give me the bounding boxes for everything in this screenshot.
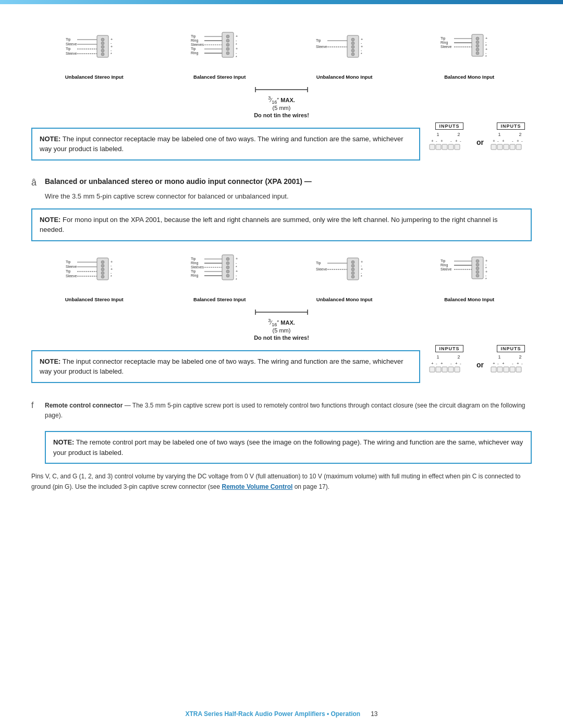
connector-diagrams-bottom: Tip Sleeve Tip Sleeve + - +	[31, 249, 532, 302]
svg-rect-102	[516, 144, 521, 150]
svg-text:+: +	[111, 260, 113, 264]
inputs-block-2-bottom: INPUTS 1 2 + - + - + -	[490, 345, 532, 385]
dim-area-top: 3⁄16″ MAX.(5 mm) Do not tin the wires!	[31, 84, 532, 118]
dim-line-top	[250, 84, 313, 95]
svg-text:Ring: Ring	[191, 51, 199, 55]
wire-diagram-unbalanced-stereo-top: Tip Sleeve Tip Sleeve	[66, 26, 123, 73]
footer-page-number: 13	[371, 710, 377, 718]
note-bold-bottom: NOTE:	[40, 357, 60, 365]
svg-text:Sleeves: Sleeves	[191, 265, 204, 269]
svg-text:*: *	[236, 278, 237, 281]
svg-text:2: 2	[519, 354, 521, 360]
svg-text:*: *	[485, 44, 487, 47]
svg-text:Ring: Ring	[440, 263, 448, 267]
section-f-header: f Remote control connector — The 3.5 mm …	[31, 401, 532, 426]
svg-text:Sleeve: Sleeve	[66, 42, 77, 46]
section-f-title-bold: Remote control connector	[45, 402, 123, 409]
svg-text:-: -	[236, 39, 237, 42]
wire-diagram-balanced-mono-bottom: Tip Ring Sleeve + - * + -	[440, 249, 498, 295]
svg-point-166	[476, 260, 479, 263]
svg-text:*: *	[485, 277, 487, 281]
svg-rect-205	[516, 367, 521, 372]
inputs-label-2-top: INPUTS	[497, 122, 524, 130]
footer-brand: XTRA Series Half-Rack Audio Power Amplif…	[186, 710, 361, 718]
svg-text:+: +	[517, 361, 519, 366]
svg-text:1: 1	[436, 132, 439, 137]
label-balanced-stereo-bottom: Balanced Stereo Input	[193, 297, 246, 302]
svg-text:+: +	[236, 269, 238, 273]
svg-text:-: -	[361, 264, 362, 267]
label-balanced-mono-bottom: Balanced Mono Input	[444, 297, 494, 302]
svg-text:-: -	[111, 41, 112, 45]
svg-text:+: +	[431, 139, 434, 143]
svg-text:Sleeve: Sleeve	[66, 265, 77, 268]
svg-point-65	[476, 44, 479, 47]
svg-point-133	[226, 257, 229, 261]
note-box-top: NOTE: The input connector receptacle may…	[31, 128, 420, 161]
connector-balanced-mono-bottom: Tip Ring Sleeve + - * + -	[440, 249, 498, 302]
svg-rect-98	[491, 144, 496, 150]
note-body-remote: The remote control port may be labeled o…	[53, 438, 523, 456]
svg-text:Sleeve: Sleeve	[440, 45, 452, 48]
svg-point-13	[101, 53, 104, 56]
svg-point-30	[226, 35, 229, 38]
svg-text:-: -	[236, 274, 237, 277]
svg-text:-: -	[485, 51, 487, 55]
connector-balanced-stereo-bottom: Tip Ring Sleeves Tip Ring +	[191, 249, 248, 302]
svg-text:-: -	[111, 48, 112, 52]
svg-text:1: 1	[498, 132, 500, 137]
wire-diagram-unbalanced-mono-bottom: Tip Sleeve + - + - *	[316, 249, 373, 295]
svg-point-168	[476, 267, 479, 270]
svg-text:+: +	[455, 361, 458, 366]
svg-text:+: +	[111, 267, 113, 271]
svg-point-46	[351, 38, 354, 41]
svg-text:-: -	[361, 48, 362, 52]
svg-rect-100	[504, 144, 509, 150]
do-not-tin-bottom: Do not tin the wires!	[254, 335, 309, 341]
inputs-block-1-bottom: INPUTS 1 2 + - + - + -	[429, 345, 470, 385]
svg-rect-87	[442, 144, 447, 150]
connector-unbalanced-stereo-top: Tip Sleeve Tip Sleeve	[65, 26, 124, 80]
svg-text:-: -	[485, 40, 487, 44]
svg-text:+: +	[485, 47, 487, 51]
svg-text:-: -	[236, 261, 237, 265]
section-a-subtitle: Wire the 3.5 mm 5-pin captive screw conn…	[45, 192, 532, 200]
svg-point-10	[101, 42, 104, 45]
svg-rect-86	[436, 144, 441, 150]
wire-diagram-balanced-mono-top: Tip Ring Sleeve + - * + -	[440, 26, 498, 73]
svg-text:*: *	[236, 55, 237, 59]
wire-diagram-unbalanced-mono-top: Tip Sleeve + - + - *	[316, 26, 373, 73]
svg-point-32	[226, 43, 229, 46]
inputs-block-1-top: INPUTS 1 2 + - + - + -	[429, 122, 470, 162]
dim-area-bottom: 3⁄16″ MAX.(5 mm) Do not tin the wires!	[31, 306, 532, 341]
svg-text:Tip: Tip	[440, 259, 446, 263]
svg-point-63	[476, 37, 479, 40]
svg-point-134	[226, 262, 229, 265]
svg-text:+: +	[111, 38, 113, 41]
svg-point-137	[226, 274, 229, 277]
svg-rect-188	[430, 367, 435, 372]
svg-text:Sleeve: Sleeve	[316, 267, 327, 271]
remote-volume-link[interactable]: Remote Volume Control	[222, 483, 293, 490]
or-text-bottom: or	[476, 361, 484, 369]
svg-point-170	[476, 274, 479, 277]
inputs-label-1-top: INPUTS	[435, 122, 463, 130]
svg-text:-: -	[521, 361, 523, 366]
note-inputs-row-bottom: NOTE: The input connector receptacle may…	[31, 345, 532, 388]
wire-diagram-balanced-stereo-bottom: Tip Ring Sleeves Tip Ring +	[191, 249, 248, 295]
svg-text:*: *	[111, 52, 112, 56]
inputs-diagram-1-bottom: 1 2 + - + - + -	[429, 353, 470, 385]
body-text-part2: on page 17).	[295, 483, 329, 490]
svg-text:*: *	[236, 265, 237, 269]
svg-point-112	[101, 261, 104, 264]
svg-text:+: +	[361, 45, 363, 48]
svg-rect-99	[497, 144, 503, 150]
note-bold-a1: NOTE:	[40, 216, 60, 224]
svg-text:Sleeve: Sleeve	[440, 267, 452, 271]
svg-text:Tip: Tip	[316, 39, 321, 43]
svg-rect-101	[510, 144, 515, 150]
section-f: f Remote control connector — The 3.5 mm …	[31, 401, 532, 426]
svg-point-116	[101, 275, 104, 278]
do-not-tin-top: Do not tin the wires!	[254, 112, 309, 118]
svg-text:*: *	[236, 43, 237, 46]
